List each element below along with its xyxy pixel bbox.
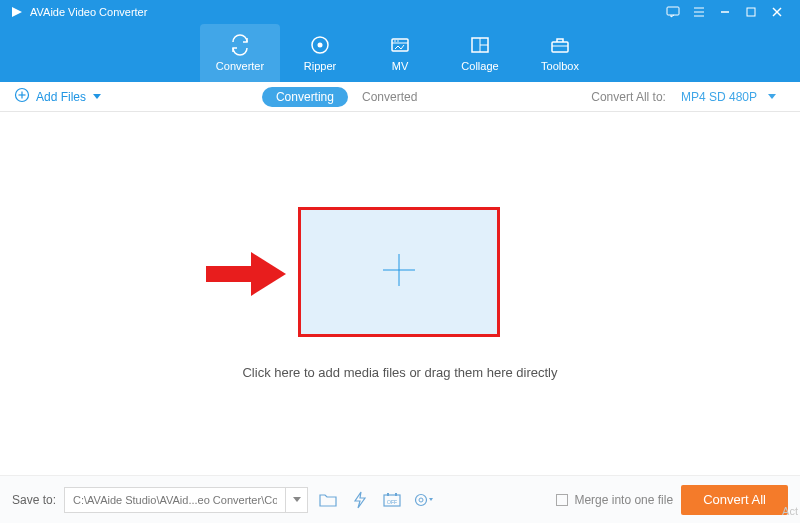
svg-rect-17: [552, 42, 568, 52]
svg-text:OFF: OFF: [387, 499, 397, 505]
save-path-input[interactable]: [65, 494, 285, 506]
settings-dropdown[interactable]: [412, 488, 436, 512]
svg-point-13: [397, 40, 399, 42]
nav-label: MV: [392, 60, 409, 72]
status-tabs: Converting Converted: [262, 87, 431, 107]
nav-ripper[interactable]: Ripper: [280, 24, 360, 82]
svg-marker-23: [768, 94, 776, 99]
tab-converted[interactable]: Converted: [348, 87, 431, 107]
toolbox-icon: [549, 34, 571, 56]
save-path-dropdown[interactable]: [285, 487, 307, 513]
title-bar: AVAide Video Converter: [0, 0, 800, 24]
mv-icon: [389, 34, 411, 56]
minimize-button[interactable]: [712, 0, 738, 24]
nav-label: Collage: [461, 60, 498, 72]
collage-icon: [469, 34, 491, 56]
nav-toolbox[interactable]: Toolbox: [520, 24, 600, 82]
svg-point-35: [419, 498, 423, 502]
svg-rect-1: [667, 7, 679, 15]
feedback-icon[interactable]: [660, 0, 686, 24]
plus-circle-icon: [14, 87, 30, 106]
add-files-button[interactable]: Add Files: [14, 87, 102, 106]
main-nav: Converter Ripper MV Collage Toolbox: [0, 24, 800, 82]
add-media-dropzone[interactable]: [298, 207, 500, 337]
task-schedule-button[interactable]: OFF: [380, 488, 404, 512]
tutorial-arrow-icon: [206, 252, 286, 300]
svg-marker-36: [429, 498, 433, 501]
checkbox-icon: [556, 494, 568, 506]
save-to-label: Save to:: [12, 493, 56, 507]
svg-marker-28: [293, 497, 301, 502]
nav-label: Ripper: [304, 60, 336, 72]
open-folder-button[interactable]: [316, 488, 340, 512]
merge-label: Merge into one file: [574, 493, 673, 507]
convert-all-button[interactable]: Convert All: [681, 485, 788, 515]
svg-marker-25: [251, 252, 286, 296]
add-files-label: Add Files: [36, 90, 86, 104]
save-path-box: [64, 487, 308, 513]
svg-rect-32: [395, 493, 397, 496]
svg-rect-24: [206, 266, 251, 282]
nav-collage[interactable]: Collage: [440, 24, 520, 82]
hardware-accel-button[interactable]: [348, 488, 372, 512]
svg-point-34: [416, 494, 427, 505]
footer-bar: Save to: OFF Merge into one file Convert…: [0, 475, 800, 523]
ripper-icon: [309, 34, 331, 56]
nav-label: Toolbox: [541, 60, 579, 72]
merge-checkbox[interactable]: Merge into one file: [556, 493, 673, 507]
chevron-down-icon: [92, 90, 102, 104]
nav-mv[interactable]: MV: [360, 24, 440, 82]
dropzone-hint: Click here to add media files or drag th…: [0, 365, 800, 380]
chevron-down-icon: [767, 90, 777, 104]
main-area: Click here to add media files or drag th…: [0, 112, 800, 492]
svg-marker-0: [12, 7, 22, 17]
svg-point-12: [394, 40, 396, 42]
convert-all-label: Convert All to:: [591, 90, 666, 104]
watermark-text: Act: [782, 505, 798, 517]
format-value: MP4 SD 480P: [681, 90, 757, 104]
tab-converting[interactable]: Converting: [262, 87, 348, 107]
app-logo-icon: [10, 5, 24, 19]
maximize-button[interactable]: [738, 0, 764, 24]
svg-marker-29: [355, 492, 365, 508]
plus-icon: [377, 248, 421, 296]
nav-label: Converter: [216, 60, 264, 72]
menu-icon[interactable]: [686, 0, 712, 24]
converter-icon: [229, 34, 251, 56]
nav-converter[interactable]: Converter: [200, 24, 280, 82]
sub-toolbar: Add Files Converting Converted Convert A…: [0, 82, 800, 112]
svg-rect-6: [747, 8, 755, 16]
svg-point-10: [318, 43, 323, 48]
svg-rect-31: [387, 493, 389, 496]
format-select[interactable]: MP4 SD 480P: [672, 87, 786, 107]
app-title: AVAide Video Converter: [30, 6, 147, 18]
svg-marker-22: [93, 94, 101, 99]
convert-all-format: Convert All to: MP4 SD 480P: [591, 87, 786, 107]
close-button[interactable]: [764, 0, 790, 24]
